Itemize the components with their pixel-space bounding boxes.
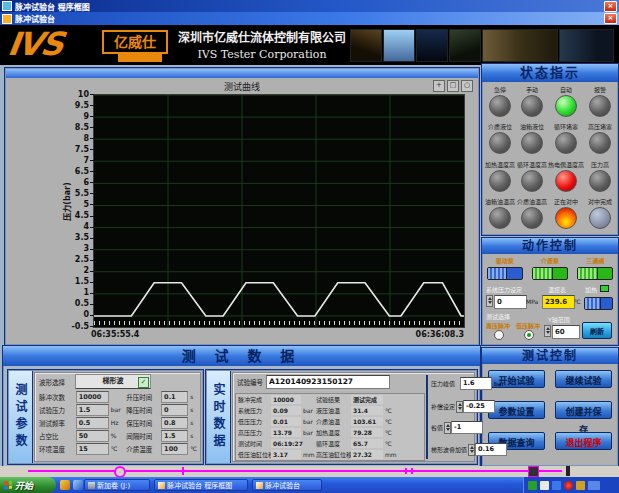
status-led: [555, 132, 577, 154]
start-button[interactable]: 开始: [0, 477, 56, 493]
control-button[interactable]: 创建并保存: [555, 401, 612, 419]
status-led-label: 手动: [526, 85, 538, 94]
y-tick-label: 10: [55, 90, 89, 99]
pressure-set-spinner[interactable]: [486, 295, 493, 307]
high-pressure-pulse-radio[interactable]: [494, 330, 504, 340]
y-tick-mark: [90, 105, 94, 106]
realtime-row: 脉冲完成10000试验结果测试完成: [236, 394, 424, 405]
param-value-box[interactable]: 50: [76, 430, 109, 442]
realtime-unit: ℃: [383, 418, 393, 425]
y-range-input[interactable]: 60: [552, 325, 580, 339]
side-field-value-box[interactable]: -0.25: [463, 400, 495, 413]
param-label: 降压时间: [126, 405, 161, 415]
side-field-value-box[interactable]: -1: [451, 421, 483, 434]
y-tick-mark: [90, 171, 94, 172]
status-led-label: 加热温度高: [485, 160, 515, 169]
refresh-button[interactable]: 刷新: [582, 322, 612, 339]
status-led-cell: 正在对中: [548, 196, 584, 233]
quick-launch-icon[interactable]: [60, 480, 70, 490]
outer-window-titlebar[interactable]: 脉冲试验台 程序框图 ×: [0, 0, 619, 12]
pump-toggle-switch[interactable]: [532, 267, 568, 280]
status-led: [589, 132, 611, 154]
inner-close-button[interactable]: ×: [604, 13, 617, 24]
inner-window-titlebar[interactable]: 脉冲试验台 ×: [0, 12, 619, 25]
side-field-spinner[interactable]: [444, 422, 451, 434]
status-led-cell: 加热温度高: [484, 159, 516, 196]
pump-switch-row: 驱动泵介质泵三通阀: [482, 256, 618, 280]
y-tick-mark: [90, 326, 94, 327]
realtime-label: 脉冲完成: [238, 395, 271, 404]
tray-icon[interactable]: [588, 481, 600, 490]
realtime-side-label: 实时数据: [207, 371, 231, 463]
realtime-unit: ℃: [383, 407, 393, 414]
status-led-label: 对中完成: [588, 197, 612, 206]
wire-terminal-icon: [528, 466, 539, 477]
wire-tick: [405, 468, 407, 474]
y-tick-label: 1: [55, 288, 89, 297]
param-label: 介质温度: [126, 444, 161, 454]
control-button[interactable]: 参数设置: [488, 401, 545, 419]
realtime-value: 0.09: [271, 406, 301, 415]
action-panel-title: 动作控制: [482, 238, 618, 254]
graph-pan-tool-icon[interactable]: ○: [461, 80, 473, 92]
control-button[interactable]: 继续试验: [555, 370, 612, 388]
low-pressure-pulse-radio[interactable]: [524, 330, 534, 340]
param-value-box[interactable]: 15: [76, 443, 109, 455]
graph-zoom-tool-icon[interactable]: □: [447, 80, 459, 92]
pump-toggle-switch[interactable]: [577, 267, 613, 280]
status-led: [521, 207, 543, 229]
param-value-box[interactable]: 0: [161, 404, 188, 416]
param-value-box[interactable]: 10000: [76, 391, 109, 403]
y-range-spinner[interactable]: [544, 325, 551, 337]
pump-toggle-switch[interactable]: [487, 267, 523, 280]
heat-toggle[interactable]: [584, 297, 613, 310]
realtime-divider: [426, 375, 428, 459]
graph-cursor-tool-icon[interactable]: +: [433, 80, 445, 92]
tray-icon[interactable]: [528, 481, 537, 490]
tray-icon[interactable]: [576, 481, 585, 490]
realtime-label: 加热温度: [316, 428, 351, 437]
taskbar-task-button[interactable]: 新加卷 (J:): [84, 479, 150, 491]
control-button[interactable]: 退出程序: [555, 432, 612, 450]
wave-select-dropdown[interactable]: 梯形波 ✓: [75, 374, 151, 389]
tray-icon[interactable]: [564, 481, 573, 490]
test-id-input[interactable]: A120140923150127: [266, 375, 390, 389]
y-tick-label: 2.5: [55, 255, 89, 264]
realtime-rows: 脉冲完成10000试验结果测试完成系统压力0.09bar液压油温31.4℃低压压…: [235, 393, 425, 461]
param-value-box[interactable]: 0.8: [161, 417, 188, 429]
test-control-title: 测试控制: [482, 348, 618, 364]
side-field-value-box[interactable]: 1.6: [460, 377, 492, 390]
param-value-box[interactable]: 0.5: [76, 417, 109, 429]
taskbar-task-button[interactable]: 脉冲试验台: [252, 479, 322, 491]
realtime-row: 高压压力13.79bar加热温度79.28℃: [236, 427, 424, 438]
side-field-value-box[interactable]: 0.16: [475, 443, 507, 456]
status-led-label: 自动: [560, 85, 572, 94]
param-value-box[interactable]: 1.5: [161, 430, 188, 442]
realtime-value: 27.32: [351, 450, 383, 459]
side-field-spinner[interactable]: [456, 401, 463, 413]
param-value-box[interactable]: 1.5: [76, 404, 109, 416]
y-tick-mark: [90, 193, 94, 194]
tray-icon[interactable]: [540, 481, 549, 490]
chart-header-strip: [6, 69, 478, 78]
outer-close-button[interactable]: ×: [604, 1, 617, 12]
pressure-set-unit: MPa: [526, 298, 538, 305]
y-tick-mark: [90, 315, 94, 316]
taskbar-task-button[interactable]: 脉冲试验台 程序框图: [154, 479, 248, 491]
realtime-unit: mm: [383, 451, 393, 458]
quick-launch-icon[interactable]: [73, 480, 83, 490]
param-value-box[interactable]: 0.1: [161, 391, 188, 403]
system-tray: [523, 477, 619, 493]
param-row: 占空比50%间隔时间1.5s: [35, 429, 200, 442]
side-field-spinner[interactable]: [468, 444, 475, 456]
params-panel: 测试参数 波形选择 梯形波 ✓ 脉冲次数10000升压时间0.1s试验压力1.5…: [7, 369, 204, 465]
ivs-logo-cn: 亿威仕: [102, 30, 168, 54]
pressure-set-input[interactable]: 0: [494, 295, 527, 309]
realtime-value: 06:19:27: [271, 439, 301, 448]
y-tick-mark: [90, 260, 94, 261]
tray-icon[interactable]: [552, 481, 561, 490]
realtime-side-field: 补偿设定-0.25: [431, 400, 495, 413]
branding-band: IVS 亿威仕 深圳市亿威仕流体控制有限公司 IVS Tester Corpor…: [0, 25, 619, 65]
param-value-box[interactable]: 100: [161, 443, 188, 455]
status-led-cell: 热电偶温度高: [548, 159, 584, 196]
